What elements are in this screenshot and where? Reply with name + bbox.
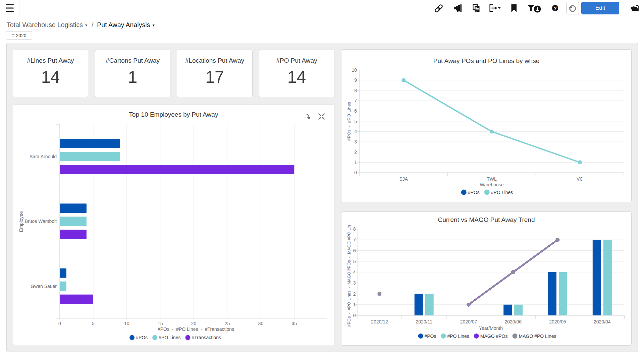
svg-text:#POs - #PO Lines - MAGO #P: #POs - #PO Lines - MAGO #POs - MAGO #PO … (347, 225, 352, 327)
svg-text:2020/12: 2020/12 (371, 319, 388, 324)
svg-text:5: 5 (354, 119, 357, 124)
svg-text:15: 15 (158, 321, 163, 326)
svg-text:Sara Arnould: Sara Arnould (30, 154, 57, 159)
svg-text:Warehouse: Warehouse (480, 182, 503, 187)
svg-text:6: 6 (354, 108, 357, 114)
svg-text:2020/06: 2020/06 (504, 319, 522, 324)
svg-text:Employee: Employee (18, 211, 24, 232)
svg-text:#PO Lines: #PO Lines (447, 334, 469, 339)
svg-text:Top 10 Employees by Put Away: Top 10 Employees by Put Away (129, 111, 218, 118)
svg-text:Put Away POs and PO Lines by w: Put Away POs and PO Lines by whse (433, 57, 540, 64)
svg-text:0: 0 (58, 321, 61, 326)
svg-text:2020/04: 2020/04 (594, 319, 611, 324)
svg-text:#POs: #POs (136, 335, 148, 340)
svg-text:30: 30 (258, 321, 264, 326)
svg-text:2020/05: 2020/05 (549, 319, 566, 324)
svg-text:MAGO #PO Lines: MAGO #PO Lines (519, 334, 556, 339)
svg-text:2: 2 (354, 149, 357, 155)
svg-text:2020/07: 2020/07 (460, 319, 477, 324)
svg-text:8: 8 (353, 226, 356, 232)
svg-text:7: 7 (353, 237, 356, 242)
svg-text:7: 7 (354, 98, 357, 103)
svg-text:4: 4 (354, 129, 357, 134)
svg-text:20: 20 (191, 321, 197, 326)
svg-text:0: 0 (353, 313, 356, 318)
svg-text:0: 0 (354, 170, 357, 175)
svg-text:6: 6 (353, 248, 356, 253)
svg-text:35: 35 (292, 321, 297, 326)
svg-text:1: 1 (354, 160, 357, 165)
svg-text:#PO Lines: #PO Lines (491, 190, 513, 195)
svg-text:25: 25 (225, 321, 230, 326)
svg-text:#POs: #POs (468, 190, 480, 195)
svg-text:#Transactions: #Transactions (192, 335, 221, 340)
svg-text:Current vs MAGO Put Away Trend: Current vs MAGO Put Away Trend (438, 216, 535, 223)
svg-text:10: 10 (352, 67, 357, 73)
svg-text:10: 10 (124, 321, 129, 326)
svg-text:#POs - #PO Lines: #POs - #PO Lines (346, 102, 352, 141)
svg-text:#POs: #POs (425, 334, 436, 339)
svg-text:3: 3 (354, 139, 357, 144)
svg-text:4: 4 (353, 269, 356, 275)
svg-text:9: 9 (354, 77, 357, 83)
svg-text:?: ? (553, 5, 556, 11)
svg-text:1: 1 (536, 6, 539, 12)
svg-text:#POs - #PO Lines - #Transa: #POs - #PO Lines - #Transactions (158, 326, 234, 332)
svg-text:3: 3 (353, 280, 356, 286)
svg-text:8: 8 (354, 88, 357, 93)
svg-text:2: 2 (353, 291, 356, 297)
svg-text:2020/11: 2020/11 (416, 319, 432, 324)
svg-text:5: 5 (353, 259, 356, 264)
svg-text:5: 5 (92, 321, 95, 326)
svg-text:Year/Month: Year/Month (479, 325, 503, 331)
svg-text:Gwen Sauer: Gwen Sauer (31, 284, 57, 289)
svg-text:#PO Lines: #PO Lines (159, 335, 180, 340)
svg-text:SJA: SJA (399, 176, 408, 182)
svg-text:TWL: TWL (487, 176, 497, 182)
svg-text:VC: VC (577, 176, 583, 182)
svg-text:Bruce Wambolt: Bruce Wambolt (25, 219, 57, 224)
svg-text:1: 1 (353, 302, 356, 307)
svg-text:MAGO #POs: MAGO #POs (480, 334, 508, 339)
